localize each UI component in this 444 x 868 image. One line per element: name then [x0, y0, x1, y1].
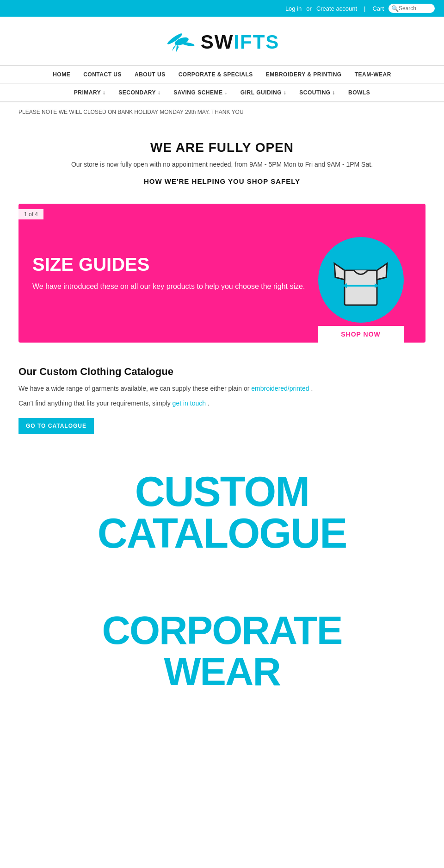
nav-embroidery[interactable]: EMBROIDERY & PRINTING	[259, 66, 348, 83]
bird-logo-icon	[165, 26, 197, 58]
nav-row-1: HOME CONTACT US ABOUT US CORPORATE & SPE…	[0, 66, 444, 83]
login-link[interactable]: Log in	[285, 5, 302, 12]
banner-description: We have introduced these on all our key …	[32, 281, 310, 292]
nav-scouting[interactable]: SCOUTING ↓	[293, 84, 342, 101]
nav-contact[interactable]: CONTACT US	[77, 66, 128, 83]
catalogue-text1: We have a wide range of garments availab…	[18, 383, 426, 393]
search-icon: 🔍	[391, 5, 399, 12]
nav-secondary[interactable]: SECONDARY ↓	[112, 84, 167, 101]
promo-line1: CUSTOM	[9, 471, 435, 512]
or-text: or	[306, 5, 312, 12]
brand-sw: SW	[201, 31, 234, 53]
promo2-line1: CORPORATE	[9, 610, 435, 651]
svg-marker-3	[172, 44, 177, 51]
promo-custom-catalogue: CUSTOM CATALOGUE	[0, 443, 444, 591]
tshirt-illustration	[314, 233, 407, 326]
nav-guiding[interactable]: GIRL GUIDING ↓	[234, 84, 293, 101]
tshirt-icon	[331, 250, 391, 310]
notice-text: PLEASE NOTE WE WILL CLOSED ON BANK HOLID…	[18, 109, 244, 115]
hero-section: WE ARE FULLY OPEN Our store is now fully…	[0, 122, 444, 194]
nav-bowls[interactable]: BOWLS	[342, 84, 376, 101]
top-bar: Log in or Create account | Cart 🔍	[0, 0, 444, 17]
nav-saving[interactable]: SAVING SCHEME ↓	[167, 84, 234, 101]
embroidery-link[interactable]: embroidered/printed	[251, 385, 309, 392]
catalogue-text2: Can't find anything that fits your requi…	[18, 398, 426, 408]
banner-image: SHOP NOW	[310, 218, 412, 343]
svg-rect-5	[345, 270, 377, 305]
svg-marker-7	[377, 263, 387, 280]
banner-container: 1 of 4 SIZE GUIDES We have introduced th…	[18, 204, 426, 343]
promo-corporate-wear: CORPORATE WEAR	[0, 591, 444, 730]
nav-primary[interactable]: PRIMARY ↓	[68, 84, 112, 101]
cart-link[interactable]: Cart	[372, 5, 384, 12]
divider: |	[364, 5, 365, 12]
logo-area: SWIFTS	[0, 17, 444, 65]
svg-marker-4	[176, 44, 179, 52]
brand-name: SWIFTS	[201, 31, 280, 53]
notice-bar: PLEASE NOTE WE WILL CLOSED ON BANK HOLID…	[0, 102, 444, 122]
banner-text: SIZE GUIDES We have introduced these on …	[32, 254, 310, 306]
main-nav: HOME CONTACT US ABOUT US CORPORATE & SPE…	[0, 65, 444, 102]
tshirt-circle	[318, 237, 404, 323]
safe-shopping-heading: HOW WE'RE HELPING YOU SHOP SAFELY	[9, 177, 435, 185]
nav-about[interactable]: ABOUT US	[128, 66, 172, 83]
hero-title: WE ARE FULLY OPEN	[9, 140, 435, 155]
banner-content: SIZE GUIDES We have introduced these on …	[18, 204, 426, 343]
promo-line2: CATALOGUE	[9, 512, 435, 554]
banner-slide-indicator: 1 of 4	[18, 209, 43, 219]
catalogue-button[interactable]: GO TO CATALOGUE	[18, 418, 94, 434]
shop-now-button[interactable]: SHOP NOW	[318, 326, 404, 343]
banner-title: SIZE GUIDES	[32, 254, 310, 275]
create-account-link[interactable]: Create account	[316, 5, 357, 12]
nav-teamwear[interactable]: TEAM-WEAR	[348, 66, 398, 83]
get-in-touch-link[interactable]: get in touch	[173, 400, 206, 407]
nav-row-2: PRIMARY ↓ SECONDARY ↓ SAVING SCHEME ↓ GI…	[0, 83, 444, 101]
nav-home[interactable]: HOME	[46, 66, 77, 83]
brand-ifts: IFTS	[234, 31, 279, 53]
custom-clothing-section: Our Custom Clothing Catalogue We have a …	[0, 352, 444, 443]
svg-marker-6	[334, 263, 345, 280]
nav-corporate[interactable]: CORPORATE & SPECIALS	[172, 66, 259, 83]
catalogue-title: Our Custom Clothing Catalogue	[18, 366, 426, 378]
search-wrapper: 🔍	[388, 4, 435, 13]
hero-subtitle: Our store is now fully open with no appo…	[9, 161, 435, 168]
promo2-line2: WEAR	[9, 651, 435, 692]
